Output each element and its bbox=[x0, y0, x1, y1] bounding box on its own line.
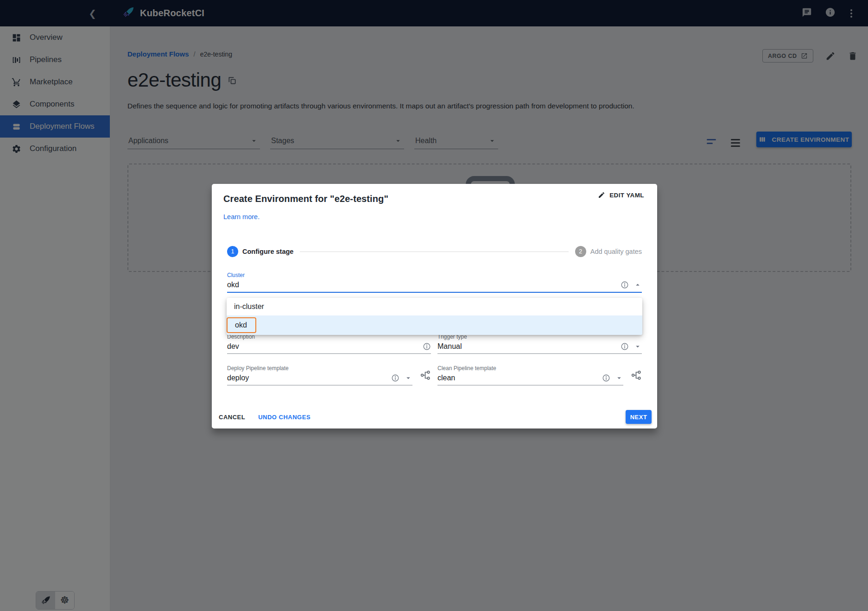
clean-pipeline-field[interactable]: Clean Pipeline template clean bbox=[437, 365, 623, 385]
chevron-down-icon[interactable] bbox=[404, 374, 412, 382]
info-icon[interactable] bbox=[602, 374, 610, 382]
trigger-type-field[interactable]: Trigger type Manual bbox=[437, 334, 642, 354]
step-1-label: Configure stage bbox=[242, 248, 293, 255]
description-value[interactable]: dev bbox=[227, 342, 418, 351]
stepper: 1 Configure stage 2 Add quality gates bbox=[227, 246, 642, 257]
learn-more-link[interactable]: Learn more. bbox=[223, 213, 260, 220]
step-2-label: Add quality gates bbox=[590, 248, 642, 255]
info-icon[interactable] bbox=[621, 281, 629, 289]
clean-pipeline-label: Clean Pipeline template bbox=[437, 365, 623, 372]
deploy-pipeline-group: Deploy Pipeline template deploy bbox=[227, 365, 431, 385]
pencil-icon bbox=[598, 191, 605, 199]
edit-yaml-label: EDIT YAML bbox=[609, 192, 644, 199]
info-icon[interactable] bbox=[423, 342, 431, 351]
dropdown-option-okd[interactable]: okd bbox=[227, 315, 642, 335]
pipeline-diagram-icon[interactable] bbox=[631, 370, 642, 383]
next-button[interactable]: NEXT bbox=[626, 410, 652, 424]
cluster-dropdown-menu: in-cluster okd bbox=[227, 298, 642, 335]
clean-pipeline-value[interactable]: clean bbox=[437, 374, 597, 382]
clean-pipeline-group: Clean Pipeline template clean bbox=[437, 365, 642, 385]
dropdown-option-okd-label: okd bbox=[235, 321, 247, 329]
chevron-down-icon[interactable] bbox=[634, 342, 642, 351]
info-icon[interactable] bbox=[621, 342, 629, 351]
cluster-field[interactable]: Cluster okd bbox=[227, 272, 642, 293]
edit-yaml-button[interactable]: EDIT YAML bbox=[598, 191, 644, 199]
cancel-button[interactable]: CANCEL bbox=[219, 414, 245, 421]
undo-changes-button[interactable]: UNDO CHANGES bbox=[258, 414, 310, 421]
deploy-pipeline-label: Deploy Pipeline template bbox=[227, 365, 412, 372]
info-icon[interactable] bbox=[391, 374, 399, 382]
cluster-label: Cluster bbox=[227, 272, 642, 278]
description-field[interactable]: Description dev bbox=[227, 334, 431, 354]
chevron-down-icon[interactable] bbox=[615, 374, 623, 382]
screen: ❮ KubeRocketCI bbox=[0, 0, 868, 611]
stepper-connector bbox=[300, 252, 568, 252]
cluster-value[interactable]: okd bbox=[227, 281, 616, 289]
trigger-type-value[interactable]: Manual bbox=[437, 342, 616, 351]
create-environment-modal: Create Environment for "e2e-testing" EDI… bbox=[212, 184, 657, 428]
step-1-circle: 1 bbox=[227, 246, 238, 257]
dropdown-option-in-cluster[interactable]: in-cluster bbox=[227, 298, 642, 315]
tour-highlight-box: okd bbox=[227, 317, 256, 333]
chevron-up-icon[interactable] bbox=[634, 281, 642, 289]
modal-title: Create Environment for "e2e-testing" bbox=[223, 194, 388, 204]
deploy-pipeline-field[interactable]: Deploy Pipeline template deploy bbox=[227, 365, 412, 385]
pipeline-diagram-icon[interactable] bbox=[420, 370, 431, 383]
deploy-pipeline-value[interactable]: deploy bbox=[227, 374, 386, 382]
step-2-circle: 2 bbox=[575, 246, 586, 257]
modal-actions: CANCEL UNDO CHANGES NEXT bbox=[219, 410, 652, 424]
